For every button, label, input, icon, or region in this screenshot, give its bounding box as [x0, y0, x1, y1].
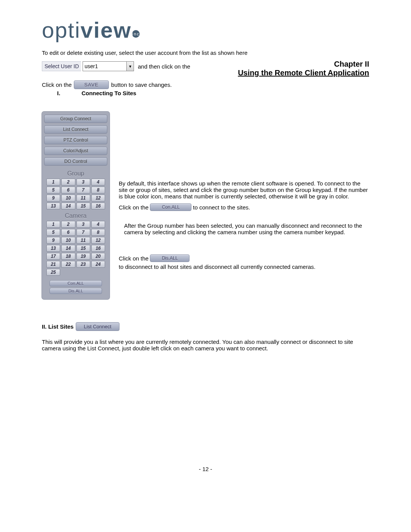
group-key-16[interactable]: 16 [91, 203, 105, 209]
group-key-15[interactable]: 15 [76, 203, 90, 209]
camera-keypad: 1234567891011121314151617181920212223242… [44, 221, 107, 276]
group-key-2[interactable]: 2 [61, 179, 75, 185]
group-key-12[interactable]: 12 [91, 195, 105, 201]
paragraph-1: By default, this interface shows up when… [119, 180, 369, 200]
intro-text: To edit or delete existing user, select … [42, 50, 369, 56]
camera-label: Camera [44, 212, 107, 219]
dis-all-row: Click on the Dis.ALL to disconnect to al… [119, 254, 369, 270]
camera-key-10[interactable]: 10 [61, 237, 75, 244]
camera-key-1[interactable]: 1 [46, 221, 60, 228]
save-button[interactable]: SAVE [74, 80, 109, 89]
camera-key-16[interactable]: 16 [91, 245, 105, 252]
camera-key-25[interactable]: 25 [46, 269, 60, 276]
camera-key-11[interactable]: 11 [76, 237, 90, 244]
save-row: Click on the SAVE button to save changes… [42, 80, 369, 89]
camera-key-13[interactable]: 13 [46, 245, 60, 252]
select-user-dropdown[interactable]: ▼ [83, 61, 134, 71]
tab-do-control[interactable]: DO Control [44, 157, 107, 166]
camera-key-5[interactable]: 5 [46, 229, 60, 236]
select-user-label: Select User ID [42, 61, 81, 71]
group-key-9[interactable]: 9 [46, 195, 60, 201]
group-key-4[interactable]: 4 [91, 179, 105, 185]
page-number: - 12 - [42, 466, 369, 472]
camera-key-17[interactable]: 17 [46, 253, 60, 260]
camera-key-24[interactable]: 24 [91, 261, 105, 268]
dis-all-post: to disconnect to all host sites and disc… [119, 264, 315, 270]
group-key-6[interactable]: 6 [61, 187, 75, 193]
save-pre: Click on the [42, 81, 72, 88]
camera-key-21[interactable]: 21 [46, 261, 60, 268]
camera-key-4[interactable]: 4 [91, 221, 105, 228]
chapter-subtitle: Using the Remote Client Application [221, 69, 369, 77]
tab-ptz-control[interactable]: PTZ Control [44, 136, 107, 144]
chevron-down-icon[interactable]: ▼ [126, 62, 134, 71]
paragraph-2: After the Group number has been selected… [124, 222, 369, 235]
group-key-7[interactable]: 7 [76, 187, 90, 193]
con-all-pre: Click on the [119, 204, 148, 211]
camera-key-3[interactable]: 3 [76, 221, 90, 228]
section-1-title: Connecting To Sites [81, 90, 136, 96]
camera-key-2[interactable]: 2 [61, 221, 75, 228]
chapter-title: Chapter II [221, 60, 369, 69]
logo-part2: view [81, 18, 132, 42]
dis-all-pre: Click on the [119, 255, 148, 262]
group-key-14[interactable]: 14 [61, 203, 75, 209]
tab-group-connect[interactable]: Group Connect [44, 115, 107, 123]
group-key-13[interactable]: 13 [46, 203, 60, 209]
select-user-row: Select User ID ▼ and then click on the [42, 61, 221, 71]
camera-key-14[interactable]: 14 [61, 245, 75, 252]
after-select-text: and then click on the [138, 63, 190, 70]
control-panel: Group Connect List Connect PTZ Control C… [42, 112, 110, 299]
group-key-3[interactable]: 3 [76, 179, 90, 185]
group-label: Group [44, 170, 107, 177]
tab-color-adjust[interactable]: Color/Adjust [44, 147, 107, 155]
panel-dis-all-button[interactable]: Dis.ALL [49, 288, 102, 294]
save-post: button to save changes. [111, 81, 172, 88]
tab-list-connect[interactable]: List Connect [44, 125, 107, 134]
panel-tabs: Group Connect List Connect PTZ Control C… [44, 115, 107, 166]
list-sites-row: II. List Sites List Connect [42, 322, 369, 331]
con-all-button[interactable]: Con.ALL [150, 203, 191, 211]
group-key-11[interactable]: 11 [76, 195, 90, 201]
dis-all-button[interactable]: Dis.ALL [150, 254, 190, 262]
group-key-1[interactable]: 1 [46, 179, 60, 185]
logo-part1: opti [42, 18, 81, 42]
select-user-input[interactable] [83, 62, 126, 70]
chapter-block: Chapter II Using the Remote Client Appli… [221, 60, 369, 77]
camera-key-12[interactable]: 12 [91, 237, 105, 244]
list-connect-button[interactable]: List Connect [76, 322, 119, 331]
final-paragraph: This will provide you a list where you a… [42, 339, 369, 351]
group-keypad: 12345678910111213141516 [44, 179, 107, 209]
section-2-label: II. List Sites [42, 323, 73, 330]
section-1-num: I. [57, 90, 80, 96]
camera-key-9[interactable]: 9 [46, 237, 60, 244]
camera-key-8[interactable]: 8 [91, 229, 105, 236]
group-key-5[interactable]: 5 [46, 187, 60, 193]
con-all-post: to connect to the sites. [193, 204, 250, 211]
section-1-heading: I. Connecting To Sites [57, 90, 369, 96]
camera-key-15[interactable]: 15 [76, 245, 90, 252]
panel-con-all-button[interactable]: Con.ALL [49, 280, 102, 286]
con-all-row: Click on the Con.ALL to connect to the s… [119, 203, 369, 211]
camera-key-23[interactable]: 23 [76, 261, 90, 268]
right-column: By default, this interface shows up when… [119, 112, 369, 299]
logo-inc: inc [132, 30, 140, 38]
camera-key-20[interactable]: 20 [91, 253, 105, 260]
camera-key-18[interactable]: 18 [61, 253, 75, 260]
camera-key-7[interactable]: 7 [76, 229, 90, 236]
group-key-10[interactable]: 10 [61, 195, 75, 201]
camera-key-22[interactable]: 22 [61, 261, 75, 268]
camera-key-19[interactable]: 19 [76, 253, 90, 260]
group-key-8[interactable]: 8 [91, 187, 105, 193]
logo: optiviewinc [42, 19, 369, 41]
camera-key-6[interactable]: 6 [61, 229, 75, 236]
